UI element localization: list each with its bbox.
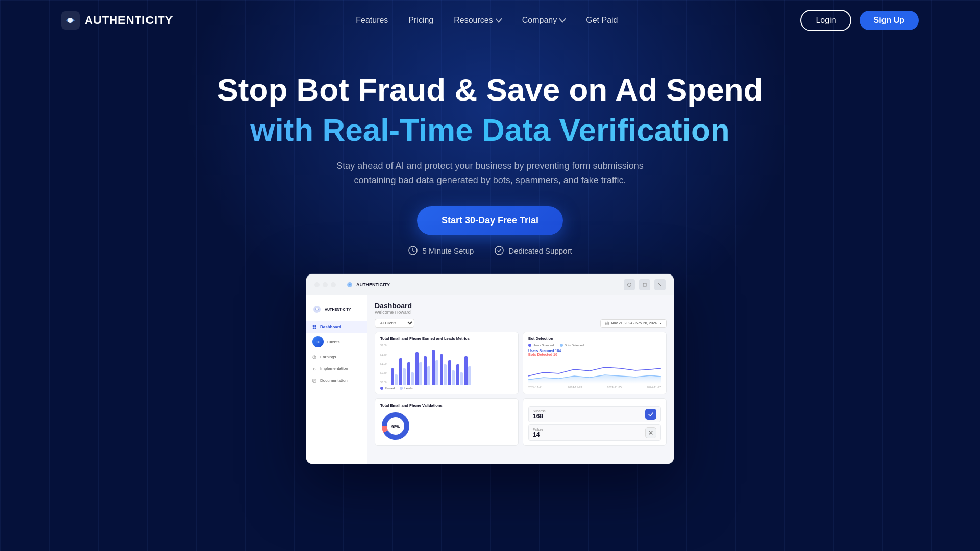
sidebar-label-implementation: Implementation	[320, 366, 348, 371]
ctrl-btn-1[interactable]	[624, 279, 635, 290]
charts-bottom-row: Total Email and Phone Validations 92%	[375, 398, 667, 446]
failure-label: Failure	[533, 428, 543, 431]
svg-point-1	[68, 18, 73, 23]
success-stat: Success 168	[528, 406, 661, 422]
bar-chart: $2.00$1.50$1.00$0.50$0.00	[380, 344, 513, 385]
date-range: Nov 21, 2024 - Nov 28, 2024	[600, 319, 667, 328]
svg-rect-9	[313, 325, 314, 327]
hero-title-line2: with Real-Time Data Verification	[10, 112, 970, 148]
dashboard-main: Dashboard Welcome Howard All Clients Nov…	[368, 295, 674, 464]
signup-button[interactable]: Sign Up	[860, 11, 919, 30]
bar-chart-title: Total Email and Phone Earned and Leads M…	[380, 336, 513, 341]
browser-controls	[624, 279, 666, 290]
failure-icon	[645, 427, 656, 438]
nav-company[interactable]: Company	[522, 16, 566, 25]
dot-gray2	[323, 282, 328, 287]
success-value: 168	[533, 413, 546, 420]
badge-support: Dedicated Support	[494, 245, 572, 256]
nav-links: Features Pricing Resources Company Get P…	[356, 16, 618, 25]
sidebar-item-clients[interactable]: C Clients	[306, 333, 367, 351]
nav-get-paid[interactable]: Get Paid	[586, 16, 618, 25]
validation-stats: Success 168 Failure 14	[528, 406, 661, 441]
dashboard-preview: AUTHENTICITY AUTHENTICITY	[306, 274, 674, 464]
dashboard-inner: AUTHENTICITY Dashboard C Clients Earning…	[306, 295, 674, 464]
browser-dots	[314, 282, 336, 287]
svg-rect-15	[605, 322, 608, 325]
svg-rect-12	[314, 327, 316, 329]
logo[interactable]: AUTHENTICITY	[61, 11, 173, 30]
hero-section: Stop Bot Fraud & Save on Ad Spend with R…	[0, 41, 980, 256]
ctrl-btn-3[interactable]	[654, 279, 666, 290]
dashboard-sidebar: AUTHENTICITY Dashboard C Clients Earning…	[306, 295, 368, 464]
nav-actions: Login Sign Up	[800, 10, 919, 31]
hero-title-line1: Stop Bot Fraud & Save on Ad Spend	[10, 71, 970, 108]
svg-rect-11	[313, 327, 314, 329]
bot-line-chart	[528, 358, 661, 384]
dashboard-filters: All Clients Nov 21, 2024 - Nov 28, 2024	[375, 319, 667, 328]
dot-gray3	[331, 282, 336, 287]
donut-chart-card: Total Email and Phone Validations 92%	[375, 398, 519, 446]
svg-point-5	[628, 283, 631, 286]
bar-chart-legend: Earned Leads	[380, 387, 513, 390]
dash-logo: AUTHENTICITY	[306, 302, 367, 321]
cta-button[interactable]: Start 30-Day Free Trial	[417, 206, 563, 235]
ctrl-btn-2[interactable]	[639, 279, 650, 290]
bot-detection-card: Bot Detection Users Scanned Bots Detecte…	[523, 332, 667, 394]
navbar: AUTHENTICITY Features Pricing Resources …	[0, 0, 980, 41]
sidebar-item-implementation[interactable]: Implementation	[306, 363, 367, 374]
nav-features[interactable]: Features	[356, 16, 388, 25]
badge-setup: 5 Minute Setup	[408, 245, 474, 256]
sidebar-item-dashboard[interactable]: Dashboard	[306, 321, 367, 333]
sidebar-label-clients: Clients	[327, 340, 339, 344]
failure-stat: Failure 14	[528, 424, 661, 441]
dash-brand: AUTHENTICITY	[325, 308, 351, 311]
svg-text:92%: 92%	[391, 424, 400, 429]
svg-rect-6	[643, 283, 646, 286]
sidebar-label-documentation: Documentation	[320, 378, 348, 383]
bots-detected-stat: Bots Detected 10	[528, 353, 661, 356]
browser-title: AUTHENTICITY	[356, 282, 390, 287]
date-range-text: Nov 21, 2024 - Nov 28, 2024	[611, 321, 657, 325]
failure-value: 14	[533, 431, 543, 438]
login-button[interactable]: Login	[800, 10, 851, 31]
hero-subtitle: Stay ahead of AI and protect your busine…	[10, 159, 970, 188]
clients-filter[interactable]: All Clients	[375, 319, 414, 328]
bar-chart-card: Total Email and Phone Earned and Leads M…	[375, 332, 519, 394]
dashboard-welcome: Welcome Howard	[375, 310, 667, 315]
clients-avatar: C	[312, 336, 324, 347]
charts-top-row: Total Email and Phone Earned and Leads M…	[375, 332, 667, 394]
bot-detection-title: Bot Detection	[528, 336, 661, 341]
sidebar-item-earnings[interactable]: Earnings	[306, 351, 367, 363]
donut-chart: 92%	[380, 411, 411, 441]
nav-resources[interactable]: Resources	[454, 16, 501, 25]
clock-icon	[408, 245, 418, 256]
sidebar-label-earnings: Earnings	[320, 355, 336, 359]
success-icon	[645, 409, 656, 420]
validation-stats-card: Success 168 Failure 14	[523, 398, 667, 446]
brand-name: AUTHENTICITY	[85, 14, 173, 27]
nav-pricing[interactable]: Pricing	[408, 16, 433, 25]
success-label: Success	[533, 409, 546, 413]
users-scanned-stat: Users Scanned 184	[528, 349, 661, 353]
browser-bar: AUTHENTICITY	[306, 274, 674, 295]
donut-row: 92%	[380, 411, 513, 441]
sidebar-item-documentation[interactable]: Documentation	[306, 374, 367, 386]
dashboard-title: Dashboard	[375, 302, 667, 310]
hero-badges: 5 Minute Setup Dedicated Support	[10, 245, 970, 256]
svg-rect-10	[314, 325, 316, 327]
sidebar-label-dashboard: Dashboard	[320, 324, 341, 329]
bot-chart-x-axis: 2024-11-212024-11-232024-11-252024-11-27	[528, 386, 661, 389]
donut-chart-title: Total Email and Phone Validations	[380, 403, 513, 408]
dot-gray	[314, 282, 320, 287]
shield-icon	[494, 245, 504, 256]
svg-point-8	[316, 308, 318, 311]
